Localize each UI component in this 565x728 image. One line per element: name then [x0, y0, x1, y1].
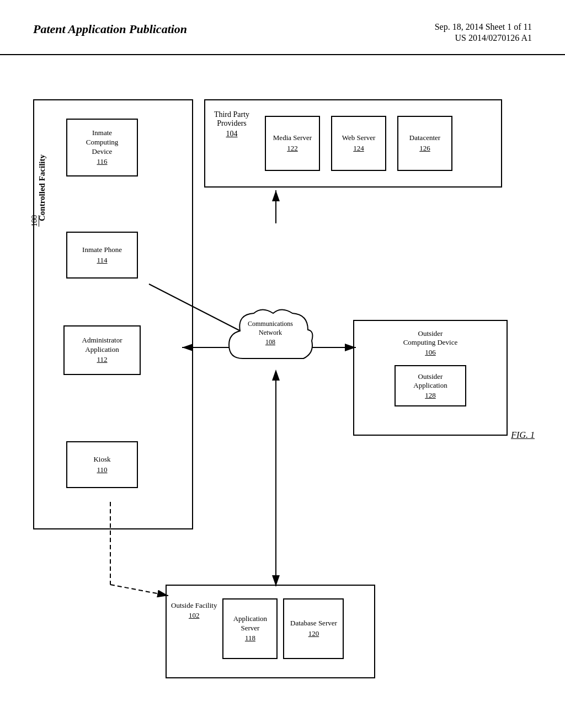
publication-title: Patent Application Publication — [33, 22, 187, 36]
header-info: Sep. 18, 2014 Sheet 1 of 11 US 2014/0270… — [435, 22, 532, 43]
administrator-box: AdministratorApplication 112 — [63, 325, 141, 375]
fig-label-text: FIG. 1 — [511, 430, 535, 440]
outsider-application-label: OutsiderApplication — [413, 372, 447, 390]
third-party-number: 104 — [226, 130, 238, 138]
outside-facility-inner-label: Outside Facility 102 — [171, 590, 217, 620]
fig-label: FIG. 1 — [511, 430, 535, 440]
outside-facility-box: Outside Facility 102 ApplicationServer 1… — [166, 585, 375, 678]
web-server-label: Web Server — [342, 133, 376, 143]
controlled-facility-label: Controlled Facility — [38, 154, 47, 221]
inmate-computing-number: 116 — [97, 157, 107, 167]
controlled-facility-number: 100 — [30, 215, 39, 227]
inmate-computing-label: InmateComputingDevice — [86, 129, 119, 157]
outside-facility-label: Outside Facility — [171, 601, 217, 610]
third-party-box: Third PartyProviders 104 Media Server 12… — [204, 99, 502, 188]
outsider-computing-outer-label: OutsiderComputing Device 106 — [360, 326, 501, 357]
database-server-label: Database Server — [290, 619, 337, 628]
web-server-box: Web Server 124 — [331, 116, 386, 171]
administrator-label: AdministratorApplication — [82, 336, 122, 355]
communications-network-cloud: CommunicationsNetwork 108 — [226, 303, 315, 375]
database-server-number: 120 — [308, 629, 319, 639]
comm-network-label: CommunicationsNetwork 108 — [234, 320, 306, 347]
outsider-application-box: OutsiderApplication 128 — [395, 365, 466, 406]
administrator-number: 112 — [97, 355, 107, 365]
inmate-phone-box: Inmate Phone 114 — [66, 232, 138, 279]
media-server-label: Media Server — [273, 133, 312, 143]
datacenter-label: Datacenter — [409, 133, 440, 143]
outsider-computing-box: OutsiderComputing Device 106 OutsiderApp… — [353, 320, 508, 436]
application-server-box: ApplicationServer 118 — [222, 598, 278, 659]
inmate-computing-box: InmateComputingDevice 116 — [66, 119, 138, 176]
application-server-number: 118 — [245, 634, 255, 643]
svg-line-9 — [110, 585, 168, 596]
third-party-label: Third PartyProviders — [214, 110, 249, 128]
media-server-box: Media Server 122 — [265, 116, 320, 171]
comm-network-number: 108 — [234, 338, 306, 347]
kiosk-number: 110 — [97, 465, 107, 475]
datacenter-box: Datacenter 126 — [397, 116, 452, 171]
kiosk-label: Kiosk — [93, 455, 110, 464]
header: Patent Application Publication Sep. 18, … — [0, 0, 565, 55]
patent-number: US 2014/0270126 A1 — [435, 33, 532, 43]
kiosk-box: Kiosk 110 — [66, 441, 138, 488]
page: Patent Application Publication Sep. 18, … — [0, 0, 565, 728]
outsider-computing-number: 106 — [360, 348, 501, 357]
application-server-label: ApplicationServer — [233, 614, 267, 633]
outside-facility-number: 102 — [171, 611, 217, 620]
outsider-application-number: 128 — [425, 391, 436, 400]
outsider-computing-label: OutsiderComputing Device — [360, 329, 501, 347]
inmate-phone-label: Inmate Phone — [82, 245, 122, 255]
database-server-box: Database Server 120 — [283, 598, 344, 659]
diagram-area: Controlled Facility 100 Third PartyProvi… — [0, 55, 565, 689]
media-server-number: 122 — [287, 144, 298, 153]
datacenter-number: 126 — [419, 144, 430, 153]
inmate-phone-number: 114 — [97, 256, 107, 265]
date-sheet: Sep. 18, 2014 Sheet 1 of 11 — [435, 22, 532, 32]
web-server-number: 124 — [353, 144, 364, 153]
